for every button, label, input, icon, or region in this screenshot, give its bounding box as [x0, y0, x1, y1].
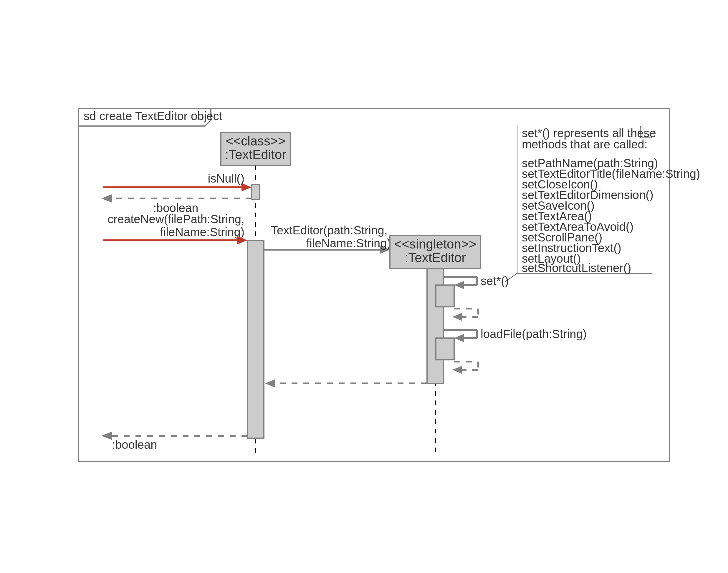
label-ret-bool2: :boolean: [112, 438, 157, 451]
label-isnull: isNull(): [208, 172, 245, 185]
setstar-activation: [436, 285, 454, 307]
label-constructor-1: TextEditor(path:String,: [271, 224, 387, 237]
arrow-ret-bool2: [101, 432, 112, 440]
arrow-setstar: [454, 281, 464, 289]
label-loadfile: loadFile(path:String): [481, 327, 587, 341]
arrow-setstar-ret: [452, 313, 462, 321]
class-activation-1: [252, 184, 260, 200]
arrow-loadfile-ret: [452, 366, 462, 374]
label-createnew-2: fileName:String): [160, 225, 245, 239]
arrow-ret-bool1: [101, 194, 112, 203]
note-header2: methods that are called:: [522, 138, 647, 151]
class-name: :TextEditor: [225, 147, 286, 162]
loadfile-activation: [436, 338, 454, 360]
arrow-construct-ret: [265, 379, 275, 387]
class-activation-2: [247, 240, 264, 438]
label-setstar: set*(): [481, 274, 509, 288]
label-constructor-2: fileName:String): [306, 237, 391, 250]
frame-title: sd create TextEditor object: [84, 110, 222, 122]
singleton-stereotype: <<singleton>>: [394, 237, 476, 251]
sequence-diagram: sd create TextEditor object <<class>> :T…: [0, 0, 728, 573]
singleton-name: :TextEditor: [405, 250, 466, 265]
arrow-loadfile: [454, 334, 464, 342]
label-createnew-1: createNew(filePath:String,: [107, 213, 245, 225]
note-line-10: setShortcutListener(): [522, 261, 631, 274]
class-stereotype: <<class>>: [225, 134, 285, 148]
